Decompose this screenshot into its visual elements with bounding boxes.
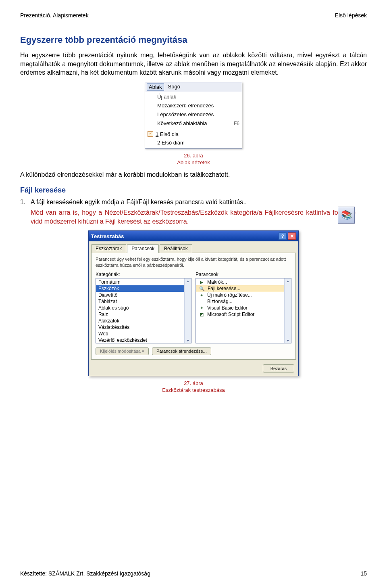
tab-eszkoztarak[interactable]: Eszköztárak	[91, 244, 126, 253]
section-title-file-search: Fájl keresése	[20, 186, 367, 195]
caption-text: Ablak nézetek	[177, 159, 210, 165]
menu-sugo[interactable]: Súgó	[166, 83, 182, 91]
window-menu: Ablak Súgó Új ablak Mozaikszerű elrendez…	[145, 82, 242, 149]
category-item[interactable]: Vázlatkészítés	[96, 324, 191, 331]
scroll-down-icon[interactable]: ▾	[187, 339, 189, 343]
menu-separator	[146, 129, 241, 129]
rearrange-commands-button[interactable]: Parancsok átrendezése...	[152, 347, 211, 355]
blank-icon	[148, 120, 155, 127]
command-item[interactable]: ● Új makró rögzítése...	[196, 292, 291, 298]
menu-item-uj-ablak[interactable]: Új ablak	[145, 92, 242, 101]
scrollbar[interactable]: ▴▾	[284, 278, 291, 343]
label-categories: Kategóriák:	[96, 272, 191, 277]
footer-left: Készítette: SZÁMALK Zrt, Szakképzési Iga…	[20, 570, 150, 577]
dialog-tab-body: Parancsot úgy vehet fel egy eszköztárra,…	[91, 253, 296, 360]
command-label: Biztonság...	[207, 299, 233, 304]
dialog-titlebar[interactable]: Testreszabás ? ✕	[89, 231, 298, 241]
scrollbar[interactable]: ▴▾	[184, 278, 191, 343]
dialog-title: Testreszabás	[91, 233, 124, 239]
category-item[interactable]: Web	[96, 331, 191, 337]
menu-item-mozaik[interactable]: Mozaikszerű elrendezés	[145, 101, 242, 110]
dialog-tabs: Eszköztárak Parancsok Beállítások	[89, 241, 298, 253]
record-icon: ●	[198, 292, 205, 298]
window-menu-bar: Ablak Súgó	[145, 82, 242, 92]
label-commands: Parancsok:	[196, 272, 291, 277]
numbered-step-1: 1. A fájl keresésének egyik módja a Fájl…	[20, 199, 367, 206]
category-item[interactable]: Eszközök	[96, 285, 191, 292]
section-paragraph: Ha egyszerre több prezentációt nyitunk m…	[20, 51, 367, 77]
script-icon: ◩	[198, 312, 205, 317]
books-icon: 📚	[338, 207, 355, 224]
category-item[interactable]: Vezérlői eszközkészlet	[96, 337, 191, 343]
blank-icon	[148, 140, 155, 146]
menu-item-lepcso[interactable]: Lépcsőzetes elrendezés	[145, 110, 242, 119]
menu-item-elso-diam[interactable]: 2 Első diám	[145, 138, 242, 147]
caption-number: 27. ábra	[184, 380, 203, 386]
blank-icon	[148, 94, 155, 100]
menu-item-label: Mozaikszerű elrendezés	[157, 103, 214, 109]
customize-dialog: Testreszabás ? ✕ Eszköztárak Parancsok B…	[88, 230, 299, 376]
blank-icon	[148, 103, 155, 109]
vb-icon: ✦	[198, 305, 205, 311]
window-menu-items: Új ablak Mozaikszerű elrendezés Lépcsőze…	[145, 92, 242, 148]
caption-number: 26. ábra	[184, 153, 203, 159]
section-title-multiple-presentations: Egyszerre több prezentáció megnyitása	[20, 35, 367, 45]
command-item[interactable]: ▶ Makrók...	[196, 279, 291, 285]
menu-ablak[interactable]: Ablak	[147, 83, 164, 91]
step-text: A fájl keresésének egyik módja a Fájl/Fá…	[31, 199, 247, 206]
command-item[interactable]: ◩ Microsoft Script Editor	[196, 311, 291, 318]
command-label: Visual Basic Editor	[207, 305, 248, 311]
menu-item-label: Új ablak	[157, 94, 176, 100]
menu-item-label: Következő ablaktábla	[157, 120, 207, 126]
menu-item-label: Lépcsőzetes elrendezés	[157, 111, 214, 117]
search-icon: 🔍	[199, 286, 205, 291]
paragraph-after-menu: A különböző elrendezésekkel már a korább…	[20, 170, 367, 179]
figure-caption-26: 26. ábra Ablak nézetek	[20, 153, 367, 166]
blank-icon	[148, 111, 155, 118]
scroll-down-icon[interactable]: ▾	[287, 339, 289, 343]
category-item[interactable]: Diavetítő	[96, 292, 191, 298]
red-note: Mód van arra is, hogy a Nézet/Eszköztára…	[31, 208, 356, 226]
dialog-instruction: Parancsot úgy vehet fel egy eszköztárra,…	[96, 256, 291, 268]
command-label: Fájl keresése...	[208, 286, 240, 291]
category-item[interactable]: Táblázat	[96, 298, 191, 305]
check-icon: ✓	[148, 131, 153, 137]
commands-listbox[interactable]: ▶ Makrók... 🔍 Fájl keresése... ● Új makr…	[196, 278, 291, 343]
categories-listbox[interactable]: Formátum Eszközök Diavetítő Táblázat Abl…	[96, 278, 191, 343]
command-label: Makrók...	[207, 279, 227, 285]
blank-icon	[198, 299, 205, 304]
close-button[interactable]: Bezárás	[263, 364, 294, 372]
scroll-up-icon[interactable]: ▴	[287, 279, 289, 283]
play-icon: ▶	[198, 279, 205, 285]
command-label: Microsoft Script Editor	[207, 312, 254, 317]
menu-item-kovetkezo[interactable]: Következő ablaktábla F6	[145, 119, 242, 128]
figure-caption-27: 27. ábra Eszköztárak testreszabása	[20, 380, 367, 394]
header-left: Prezentáció, Alapismeretek	[20, 12, 89, 19]
tab-beallitasok[interactable]: Beállítások	[160, 244, 192, 253]
menu-item-label: 1 Első dia	[156, 131, 179, 137]
step-number: 1.	[20, 199, 31, 206]
menu-item-elso-dia[interactable]: ✓ 1 Első dia	[145, 130, 242, 138]
category-item[interactable]: Ablak és súgó	[96, 305, 191, 311]
command-item[interactable]: ✦ Visual Basic Editor	[196, 305, 291, 311]
menu-item-shortcut: F6	[234, 121, 239, 126]
command-item[interactable]: 🔍 Fájl keresése...	[196, 285, 291, 292]
page-number: 15	[360, 570, 367, 577]
category-item[interactable]: Rajz	[96, 311, 191, 318]
caption-text: Eszköztárak testreszabása	[162, 387, 225, 393]
category-item[interactable]: Formátum	[96, 279, 191, 285]
category-item[interactable]: Alakzatok	[96, 318, 191, 324]
command-label: Új makró rögzítése...	[207, 292, 252, 298]
tab-parancsok[interactable]: Parancsok	[127, 244, 159, 253]
command-item[interactable]: Biztonság...	[196, 298, 291, 305]
header-right: Első lépések	[335, 12, 367, 19]
menu-item-label: 2 Első diám	[157, 140, 185, 146]
close-icon[interactable]: ✕	[288, 232, 296, 240]
scroll-up-icon[interactable]: ▴	[187, 279, 189, 283]
modify-selection-button[interactable]: Kijelölés módosítása ▾	[96, 347, 149, 355]
help-button[interactable]: ?	[279, 232, 287, 240]
